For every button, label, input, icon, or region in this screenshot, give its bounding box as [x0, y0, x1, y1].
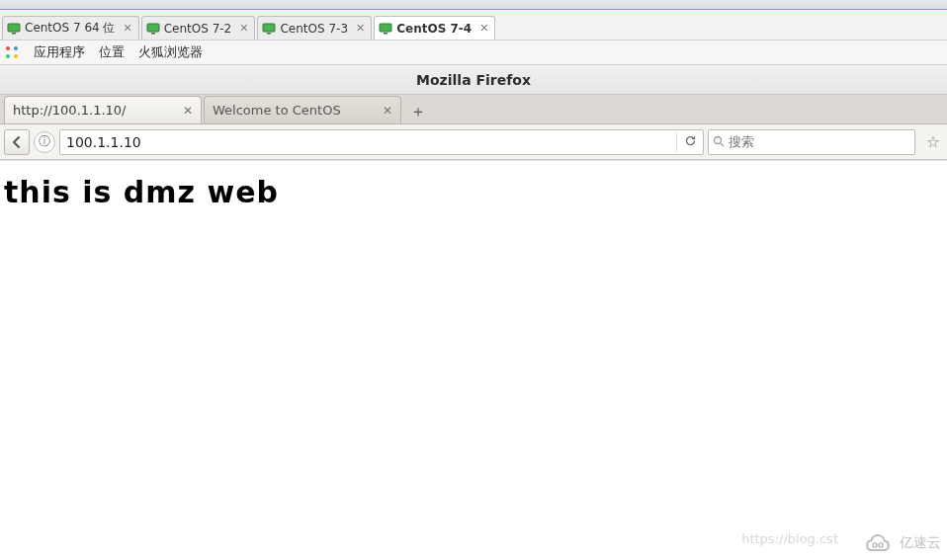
close-icon[interactable]: ✕	[383, 104, 392, 118]
browser-tab-2[interactable]: Welcome to CentOS ✕	[204, 96, 401, 123]
apps-icon	[4, 44, 20, 60]
window-title: Mozilla Firefox	[416, 72, 531, 88]
star-icon: ☆	[926, 132, 940, 151]
watermark-url: https://blog.cst	[741, 531, 838, 546]
svg-rect-3	[151, 33, 155, 35]
menu-places[interactable]: 位置	[99, 43, 125, 61]
browser-tab-label: http://100.1.1.10/	[13, 103, 183, 118]
browser-tab-label: Welcome to CentOS	[213, 103, 383, 118]
close-icon[interactable]: ✕	[239, 23, 248, 34]
back-button[interactable]	[4, 129, 30, 155]
vm-tab-label: CentOS 7-4	[396, 22, 472, 36]
url-bar[interactable]	[59, 129, 704, 155]
browser-tab-1[interactable]: http://100.1.1.10/ ✕	[4, 96, 202, 123]
vm-tab-label: CentOS 7-3	[280, 22, 348, 36]
svg-point-9	[14, 46, 18, 50]
search-box[interactable]	[708, 129, 915, 155]
url-input[interactable]	[62, 134, 674, 150]
vm-tab-strip: CentOS 7 64 位 ✕ CentOS 7-2 ✕ CentOS 7-3 …	[0, 10, 947, 40]
window-titlebar: Mozilla Firefox	[0, 65, 947, 95]
svg-rect-4	[263, 24, 275, 32]
monitor-icon	[7, 22, 21, 36]
monitor-icon	[379, 22, 392, 36]
reload-icon	[684, 134, 697, 147]
cloud-icon	[864, 532, 894, 554]
vm-tab-centos7-3[interactable]: CentOS 7-3 ✕	[257, 16, 372, 40]
vm-tab-centos7-2[interactable]: CentOS 7-2 ✕	[141, 16, 256, 40]
menu-applications[interactable]: 应用程序	[34, 43, 85, 61]
vm-tab-centos7-4[interactable]: CentOS 7-4 ✕	[374, 16, 495, 40]
page-content: this is dmz web	[0, 161, 947, 223]
vm-tab-label: CentOS 7 64 位	[25, 20, 115, 37]
svg-point-14	[873, 543, 877, 547]
svg-line-13	[721, 143, 724, 146]
watermark-brand: 亿速云	[864, 532, 941, 554]
vm-tab-centos7-64[interactable]: CentOS 7 64 位 ✕	[2, 16, 139, 40]
svg-rect-5	[267, 33, 271, 35]
watermark-text: 亿速云	[900, 534, 941, 552]
monitor-icon	[262, 22, 276, 36]
close-icon[interactable]: ✕	[356, 23, 365, 34]
site-info-button[interactable]: ⓘ	[34, 131, 55, 153]
svg-point-8	[6, 46, 10, 50]
arrow-left-icon	[10, 135, 24, 149]
svg-rect-7	[384, 33, 387, 35]
bookmark-star-button[interactable]: ☆	[923, 132, 943, 151]
search-input[interactable]	[729, 134, 910, 149]
svg-point-15	[879, 543, 883, 547]
svg-rect-6	[380, 24, 391, 32]
close-icon[interactable]: ✕	[183, 104, 193, 118]
vm-tab-label: CentOS 7-2	[164, 22, 232, 36]
close-icon[interactable]: ✕	[479, 23, 488, 34]
new-tab-button[interactable]: ＋	[405, 100, 431, 123]
close-icon[interactable]: ✕	[123, 23, 131, 34]
gnome-menubar: 应用程序 位置 火狐浏览器	[0, 40, 947, 65]
reload-button[interactable]	[679, 134, 701, 150]
svg-point-10	[6, 54, 10, 58]
info-icon: ⓘ	[39, 133, 50, 150]
search-icon	[713, 132, 725, 151]
browser-tab-strip: http://100.1.1.10/ ✕ Welcome to CentOS ✕…	[0, 95, 947, 124]
page-heading: this is dmz web	[4, 175, 943, 209]
svg-point-12	[715, 137, 722, 144]
top-remnant	[0, 0, 947, 10]
browser-nav-toolbar: ⓘ ☆	[0, 124, 947, 160]
svg-rect-2	[147, 24, 159, 32]
urlbar-divider	[676, 133, 677, 151]
svg-rect-1	[12, 33, 16, 35]
svg-point-11	[14, 54, 18, 58]
monitor-icon	[146, 22, 160, 36]
svg-rect-0	[8, 24, 20, 32]
menu-firefox[interactable]: 火狐浏览器	[138, 43, 203, 61]
